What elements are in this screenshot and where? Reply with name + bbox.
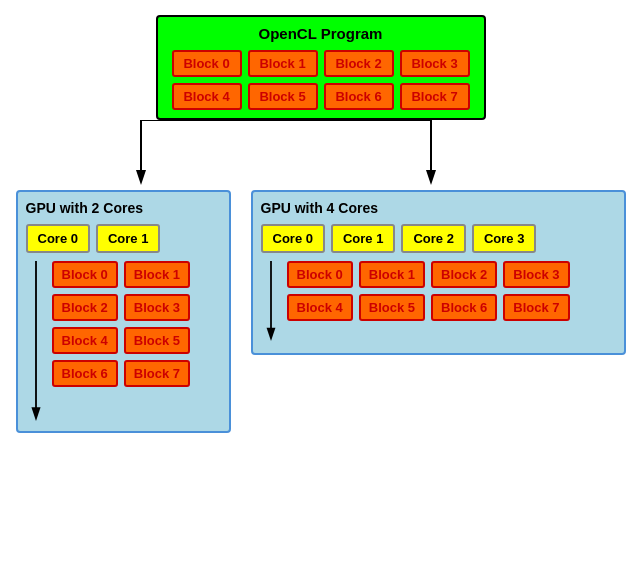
gpu-left-arrow: [26, 261, 46, 423]
block-item: Block 5: [124, 327, 190, 354]
gpu-left-blocks-area: Block 0 Block 1 Block 2 Block 3 Block 4 …: [26, 261, 221, 423]
block-row: Block 4 Block 5: [52, 327, 191, 354]
block-item: Block 1: [359, 261, 425, 288]
svg-marker-2: [136, 170, 146, 185]
block-item: Block 2: [324, 50, 394, 77]
opencl-title: OpenCL Program: [172, 25, 470, 42]
svg-marker-5: [426, 170, 436, 185]
gpu-right-cores: Core 0 Core 1 Core 2 Core 3: [261, 224, 616, 253]
block-item: Block 6: [431, 294, 497, 321]
block-item: Block 1: [248, 50, 318, 77]
core-item: Core 1: [331, 224, 395, 253]
block-item: Block 0: [52, 261, 118, 288]
block-item: Block 2: [431, 261, 497, 288]
block-item: Block 3: [124, 294, 190, 321]
core-item: Core 2: [401, 224, 465, 253]
block-item: Block 7: [503, 294, 569, 321]
block-item: Block 5: [248, 83, 318, 110]
block-item: Block 3: [400, 50, 470, 77]
svg-marker-9: [266, 328, 275, 341]
block-item: Block 4: [172, 83, 242, 110]
block-row: Block 0 Block 1 Block 2 Block 3: [287, 261, 570, 288]
arrows-connector: [31, 120, 611, 190]
svg-marker-7: [31, 407, 40, 421]
opencl-program-box: OpenCL Program Block 0 Block 1 Block 2 B…: [156, 15, 486, 120]
block-row: Block 6 Block 7: [52, 360, 191, 387]
block-item: Block 6: [324, 83, 394, 110]
gpu-right-title: GPU with 4 Cores: [261, 200, 616, 216]
block-item: Block 1: [124, 261, 190, 288]
opencl-blocks-row1: Block 0 Block 1 Block 2 Block 3 Block 4 …: [172, 50, 470, 110]
block-item: Block 2: [52, 294, 118, 321]
core-item: Core 0: [261, 224, 325, 253]
block-item: Block 6: [52, 360, 118, 387]
core-item: Core 3: [472, 224, 536, 253]
gpu-right-blocks-area: Block 0 Block 1 Block 2 Block 3 Block 4 …: [261, 261, 616, 345]
gpu-left-cores: Core 0 Core 1: [26, 224, 221, 253]
core-item: Core 0: [26, 224, 90, 253]
gpu-left-block-rows: Block 0 Block 1 Block 2 Block 3 Block 4 …: [52, 261, 191, 387]
block-row: Block 2 Block 3: [52, 294, 191, 321]
gpu-row: GPU with 2 Cores Core 0 Core 1 Block 0 B…: [16, 190, 626, 433]
block-row: Block 4 Block 5 Block 6 Block 7: [287, 294, 570, 321]
block-item: Block 7: [400, 83, 470, 110]
gpu-right-box: GPU with 4 Cores Core 0 Core 1 Core 2 Co…: [251, 190, 626, 355]
block-item: Block 7: [124, 360, 190, 387]
block-item: Block 0: [172, 50, 242, 77]
block-item: Block 5: [359, 294, 425, 321]
core-item: Core 1: [96, 224, 160, 253]
block-row: Block 0 Block 1: [52, 261, 191, 288]
gpu-left-title: GPU with 2 Cores: [26, 200, 221, 216]
block-item: Block 0: [287, 261, 353, 288]
gpu-right-arrow: [261, 261, 281, 345]
gpu-left-box: GPU with 2 Cores Core 0 Core 1 Block 0 B…: [16, 190, 231, 433]
block-item: Block 4: [52, 327, 118, 354]
gpu-right-block-rows: Block 0 Block 1 Block 2 Block 3 Block 4 …: [287, 261, 570, 321]
block-item: Block 3: [503, 261, 569, 288]
main-container: OpenCL Program Block 0 Block 1 Block 2 B…: [0, 0, 641, 443]
block-item: Block 4: [287, 294, 353, 321]
